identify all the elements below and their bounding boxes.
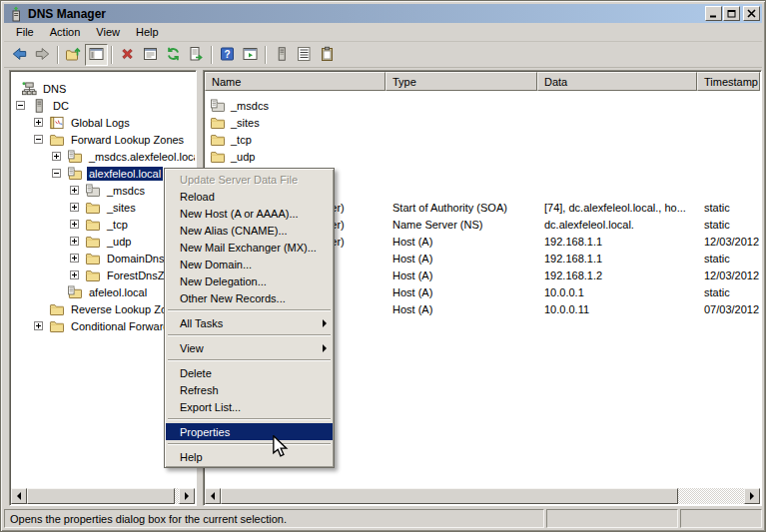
context-menu-item-new-delegation[interactable]: New Delegation... [166,272,333,289]
scroll-left-button[interactable] [205,488,221,504]
context-menu-item-new-alias-cname[interactable]: New Alias (CNAME)... [166,222,333,239]
back-button[interactable] [8,44,31,66]
context-menu-item-other-new-records[interactable]: Other New Records... [166,289,333,306]
context-menu-item-refresh[interactable]: Refresh [166,381,333,398]
show-hide-console-tree-button[interactable] [85,44,108,66]
expand-plus-icon[interactable] [34,321,43,330]
export-list-button[interactable] [185,44,208,66]
properties-button[interactable] [139,44,162,66]
collapse-minus-icon[interactable] [34,135,43,144]
table-row[interactable]: _tcp [205,131,760,148]
record-data: dc.alexfeleol.local. [537,219,697,231]
tree-item-label[interactable]: Global Logs [69,116,132,130]
collapse-minus-icon[interactable] [52,169,61,178]
new-window-button[interactable] [239,44,262,66]
scrollbar-track[interactable] [678,488,744,504]
up-one-level-button[interactable] [62,44,85,66]
tree-item-global-logs[interactable]: Global Logs [11,114,195,131]
context-menu-item-help[interactable]: Help [166,448,333,465]
context-menu-item-all-tasks[interactable]: All Tasks [166,314,333,331]
context-menu-item-reload[interactable]: Reload [166,188,333,205]
toolbar-separator [111,46,113,64]
expand-plus-icon[interactable] [52,152,61,161]
scroll-right-button[interactable] [179,488,195,504]
column-header-timestamp[interactable]: Timestamp [697,72,760,91]
export-list-icon [188,46,205,64]
record-name-cell[interactable]: _tcp [205,133,385,147]
context-menu-item-view[interactable]: View [166,339,333,356]
title-bar[interactable]: DNS Manager [4,4,762,23]
tree-item--msdcs-alexfeleol-local[interactable]: _msdcs.alexfeleol.local [11,148,195,165]
tree-item-label[interactable]: _tcp [105,218,130,232]
tree-item-label[interactable]: _msdcs.alexfeleol.local [87,150,195,164]
expand-spacer [34,304,43,313]
collapse-minus-icon[interactable] [16,101,25,110]
tree-item-label[interactable]: DNS [41,82,68,96]
tree-item-label[interactable]: _sites [105,201,138,215]
tree-item-forward-lookup-zones[interactable]: Forward Lookup Zones [11,131,195,148]
expand-plus-icon[interactable] [70,270,79,279]
status-message: Opens the properties dialog box for the … [4,509,544,528]
column-header-data[interactable]: Data [537,72,697,91]
list-header: NameTypeDataTimestamp [205,72,760,91]
record-list-button[interactable] [293,44,316,66]
expand-plus-icon[interactable] [70,186,79,195]
tree-item-label[interactable]: _udp [105,235,133,249]
tree-item-label[interactable]: Forward Lookup Zones [69,133,186,147]
table-row[interactable]: _sites [205,114,760,131]
expand-plus-icon[interactable] [34,118,43,127]
context-menu-item-new-host-a-or-aaaa[interactable]: New Host (A or AAAA)... [166,205,333,222]
scrollbar-thumb[interactable] [27,488,175,504]
record-name-cell[interactable]: _sites [205,116,385,130]
scroll-left-button[interactable] [11,488,27,504]
column-header-type[interactable]: Type [385,72,537,91]
menu-view[interactable]: View [88,24,128,40]
refresh-button[interactable] [162,44,185,66]
column-header-name[interactable]: Name [205,72,385,91]
scrollbar-thumb[interactable] [221,488,678,504]
list-horizontal-scrollbar[interactable] [205,488,760,504]
close-button[interactable] [743,6,760,21]
context-menu-item-new-domain[interactable]: New Domain... [166,256,333,272]
expand-spacer [52,287,61,296]
up-one-level-icon [65,46,82,64]
record-name-cell[interactable]: _msdcs [205,99,385,113]
tree-horizontal-scrollbar[interactable] [11,488,195,504]
delete-button[interactable] [116,44,139,66]
record-name-cell[interactable]: _udp [205,150,385,164]
tree-item-label[interactable]: alexfeleol.local [87,167,163,181]
menu-help[interactable]: Help [128,24,167,40]
maximize-button[interactable] [723,6,740,21]
context-menu-item-new-mail-exchanger-mx[interactable]: New Mail Exchanger (MX)... [166,239,333,256]
svg-text:?: ? [224,49,230,60]
tree-item-label[interactable]: DC [51,99,71,113]
help-button[interactable]: ? [216,44,239,66]
zone-gray-icon [85,184,101,198]
context-menu-item-delete[interactable]: Delete [166,364,333,381]
clipboard-button[interactable] [316,44,339,66]
forward-button[interactable] [31,44,54,66]
tree-item-dc[interactable]: DC [11,97,195,114]
show-hide-console-tree-icon [88,46,105,64]
minimize-button[interactable] [705,6,722,21]
record-name: _msdcs [231,100,269,112]
record-type: Host (A) [385,269,537,281]
expand-plus-icon[interactable] [70,237,79,246]
dns-manager-window: DNS Manager FileActionViewHelp ? DNSDCGl… [0,0,766,532]
scroll-left-icon [211,492,215,500]
scroll-right-button[interactable] [744,488,760,504]
table-row[interactable]: _msdcs [205,97,760,114]
menu-file[interactable]: File [8,24,42,40]
folder-icon [49,302,65,316]
menu-action[interactable]: Action [42,24,89,40]
expand-plus-icon[interactable] [70,220,79,229]
expand-plus-icon[interactable] [70,203,79,212]
server-button[interactable] [270,44,293,66]
tree-item-label[interactable]: _msdcs [105,184,147,198]
tree-item-dns[interactable]: DNS [11,80,195,97]
expand-plus-icon[interactable] [70,254,79,263]
tree-item-label[interactable]: afeleol.local [87,285,149,299]
table-row[interactable]: _udp [205,148,760,165]
context-menu-item-export-list[interactable]: Export List... [166,398,333,415]
context-menu-item-properties[interactable]: Properties [166,423,333,440]
